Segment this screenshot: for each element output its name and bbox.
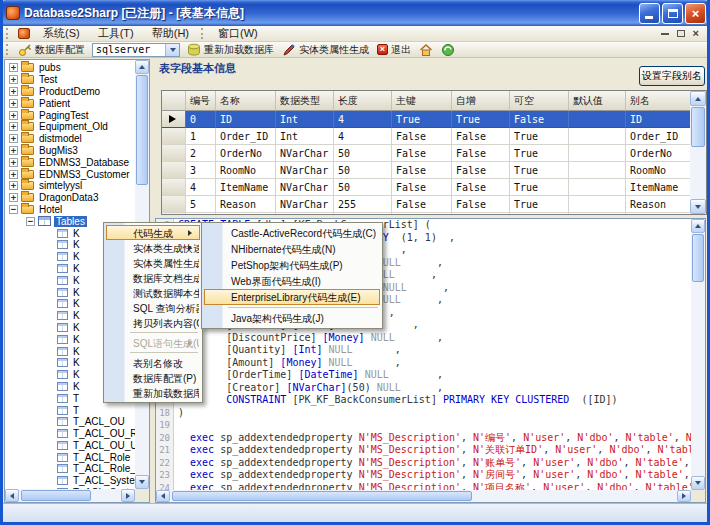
menu-item[interactable]: 数据库文档生成(D) (106, 270, 200, 285)
menu-item[interactable]: 代码生成 (106, 225, 200, 240)
scroll-thumb[interactable] (692, 234, 704, 282)
expand-icon[interactable]: + (9, 181, 18, 190)
db-config-button[interactable]: 数据库配置 (14, 42, 89, 58)
mdi-close-icon[interactable]: × (693, 28, 699, 39)
database-combobox[interactable]: sqlserver (92, 43, 180, 57)
tree-item[interactable]: +EDNMS3_Database (5, 156, 135, 168)
scroll-right-button[interactable] (677, 490, 691, 502)
grid-header-cell[interactable]: 名称 (216, 91, 276, 111)
table-row[interactable]: 5ReasonNVarChar255FalseFalseTrueReason (162, 196, 692, 213)
tree-item[interactable]: T_ACL_OU (5, 416, 135, 428)
refresh-button[interactable] (437, 42, 459, 58)
tree-item[interactable]: +BugMis3 (5, 145, 135, 157)
scroll-down-button[interactable] (691, 476, 705, 490)
expand-icon[interactable]: + (9, 134, 18, 143)
grid-header-cell[interactable]: 主键 (392, 91, 452, 111)
expand-icon[interactable]: + (9, 170, 18, 179)
tree-item[interactable]: +Test (5, 74, 135, 86)
code-horizontal-scrollbar[interactable] (156, 490, 691, 502)
menu-item[interactable]: 表别名修改 (106, 355, 200, 370)
scroll-thumb[interactable] (21, 490, 91, 501)
title-bar[interactable]: Database2Sharp [已注册] - [表基本信息] × (0, 0, 710, 26)
row-selector[interactable] (162, 111, 186, 128)
tree-item[interactable]: +simtelyysl (5, 180, 135, 192)
expand-icon[interactable]: + (9, 75, 18, 84)
row-selector[interactable] (162, 213, 186, 215)
scroll-thumb[interactable] (691, 107, 705, 147)
menu-tools[interactable]: 工具(T) (89, 25, 143, 42)
close-button[interactable]: × (685, 3, 706, 24)
scroll-down-button[interactable] (135, 475, 149, 489)
code-vertical-scrollbar[interactable] (691, 219, 705, 490)
expand-icon[interactable]: + (9, 111, 18, 120)
grid-header-cell[interactable]: 长度 (334, 91, 392, 111)
tree-item[interactable]: T_ACL_Role (5, 451, 135, 463)
table-row[interactable]: 6PriceMoney8FalseFalseTruePrice (162, 213, 692, 215)
row-selector[interactable] (162, 145, 186, 162)
collapse-icon[interactable]: − (26, 217, 35, 226)
menu-item[interactable]: 实体类属性生成(P) (106, 255, 200, 270)
entity-properties-button[interactable]: 实体类属性生成 (278, 42, 373, 58)
grid-header-cell[interactable]: 编号 (186, 91, 216, 111)
table-row[interactable]: 4ItemNameNVarChar50FalseFalseTrueItemNam… (162, 179, 692, 196)
scroll-thumb[interactable] (172, 491, 472, 501)
minimize-button[interactable] (639, 3, 660, 24)
menu-item[interactable]: 测试数据脚本生成(S) (106, 285, 200, 300)
grid-vertical-scrollbar[interactable] (690, 91, 706, 214)
toolbar-grip[interactable] (6, 28, 11, 39)
row-selector[interactable] (162, 128, 186, 145)
mdi-restore-icon[interactable] (677, 30, 685, 37)
menu-item[interactable]: 实体类生成快速入口 (106, 240, 200, 255)
tree-item[interactable]: T_ACL_OU_Role (5, 428, 135, 440)
expand-icon[interactable]: + (9, 122, 18, 131)
tree-item[interactable]: +ProductDemo (5, 86, 135, 98)
table-row[interactable]: 2OrderNoNVarChar50FalseFalseTrueOrderNo (162, 145, 692, 162)
mdi-minimize-icon[interactable] (661, 33, 669, 35)
menu-item[interactable]: EnterpriseLibrary代码生成(E) (204, 289, 380, 305)
row-selector[interactable] (162, 162, 186, 179)
tree-item[interactable]: T_ACL_OU_User (5, 440, 135, 452)
tree-horizontal-scrollbar[interactable] (5, 489, 135, 502)
tree-item[interactable]: +EDNMS3_Customer (5, 168, 135, 180)
table-row[interactable]: 0IDInt4TrueTrueFalseID (162, 111, 692, 128)
row-selector[interactable] (162, 196, 186, 213)
expand-icon[interactable]: + (9, 63, 18, 72)
home-button[interactable] (415, 42, 437, 58)
scroll-right-button[interactable] (121, 489, 135, 502)
scroll-down-button[interactable] (690, 199, 706, 214)
collapse-icon[interactable]: − (9, 205, 18, 214)
menu-help[interactable]: 帮助(H) (143, 25, 198, 42)
mdi-child-icon[interactable] (18, 28, 30, 39)
combobox-dropdown-arrow[interactable] (165, 44, 179, 56)
maximize-button[interactable] (662, 3, 683, 24)
grid-header-cell[interactable]: 默认值 (569, 91, 626, 111)
grid-header-cell[interactable]: 自增 (452, 91, 510, 111)
tree-item[interactable]: +PagingTest (5, 109, 135, 121)
expand-icon[interactable]: + (9, 99, 18, 108)
scroll-left-button[interactable] (5, 489, 19, 502)
toolbar-grip[interactable] (201, 28, 206, 39)
menu-item[interactable]: 重新加载数据库(R) (106, 385, 200, 400)
exit-button[interactable]: × 退出 (373, 42, 415, 58)
tree-item[interactable]: T (5, 404, 135, 416)
tree-item[interactable]: +DragonData3 (5, 192, 135, 204)
menu-item[interactable]: NHibernate代码生成(N) (204, 241, 380, 257)
tree-item[interactable]: +Equipment_Old (5, 121, 135, 133)
reload-database-button[interactable]: 重新加载数据库 (183, 42, 278, 58)
grid-header-cell[interactable]: 数据类型 (276, 91, 334, 111)
tree-item[interactable]: +pubs (5, 62, 135, 74)
grid-header-cell[interactable]: 别名 (626, 91, 692, 111)
scroll-left-button[interactable] (156, 490, 170, 502)
tree-item[interactable]: +Patient (5, 97, 135, 109)
menu-item[interactable]: Web界面代码生成(I) (204, 273, 380, 289)
expand-icon[interactable]: + (9, 146, 18, 155)
scroll-up-button[interactable] (691, 219, 705, 233)
toolbar-grip[interactable] (6, 44, 11, 55)
row-selector[interactable] (162, 179, 186, 196)
menu-item[interactable]: Java架构代码生成(J) (204, 310, 380, 326)
menu-system[interactable]: 系统(S) (34, 25, 89, 42)
scroll-up-button[interactable] (135, 60, 149, 74)
scroll-thumb[interactable] (136, 75, 148, 185)
menu-item[interactable]: 数据库配置(P) (106, 370, 200, 385)
grid-header-selector[interactable] (162, 91, 186, 111)
